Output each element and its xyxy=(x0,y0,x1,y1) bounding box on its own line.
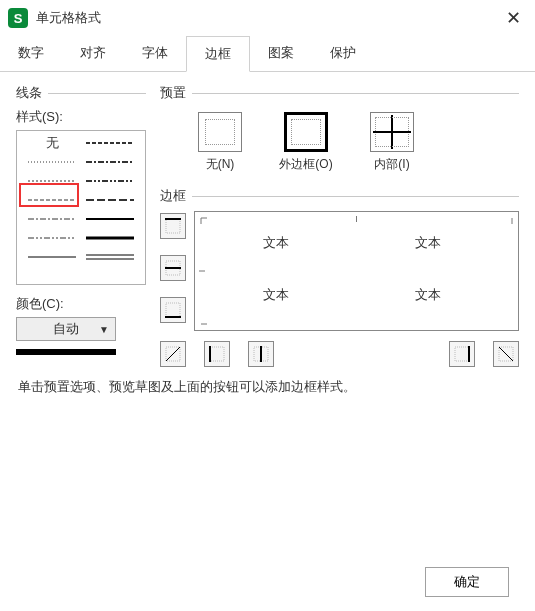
footer: 确定 xyxy=(425,567,509,597)
divider xyxy=(48,93,146,94)
preset-section-header: 预置 xyxy=(160,84,519,102)
line-panel: 线条 样式(S): 无 xyxy=(16,84,146,367)
line-style-dash-dot-dot[interactable] xyxy=(27,232,77,244)
color-label: 颜色(C): xyxy=(16,296,64,311)
tab-border[interactable]: 边框 xyxy=(186,36,250,72)
svg-rect-36 xyxy=(455,347,469,361)
chevron-down-icon: ▼ xyxy=(99,324,109,335)
preview-ticks xyxy=(195,212,518,330)
border-bottom-button[interactable] xyxy=(160,297,186,323)
preset-section-title: 预置 xyxy=(160,84,186,102)
line-style-dash-short[interactable] xyxy=(27,194,77,206)
border-diag-down-button[interactable] xyxy=(493,341,519,367)
border-top-button[interactable] xyxy=(160,213,186,239)
line-style-medium[interactable] xyxy=(85,213,135,225)
svg-line-39 xyxy=(499,347,513,361)
hint-text: 单击预置选项、预览草图及上面的按钮可以添加边框样式。 xyxy=(0,367,535,396)
preset-none-icon xyxy=(198,112,242,152)
style-list: 无 xyxy=(16,130,146,285)
border-diag-up-button[interactable] xyxy=(160,341,186,367)
color-value: 自动 xyxy=(53,320,79,338)
tab-protect[interactable]: 保护 xyxy=(312,36,374,71)
border-preview[interactable]: 文本 文本 文本 文本 xyxy=(194,211,519,331)
preset-outer-icon xyxy=(284,112,328,152)
app-logo: S xyxy=(8,8,28,28)
titlebar: S 单元格格式 ✕ xyxy=(0,0,535,36)
border-hmiddle-button[interactable] xyxy=(160,255,186,281)
divider xyxy=(192,93,519,94)
sample-bl: 文本 xyxy=(263,286,289,304)
tabs: 数字 对齐 字体 边框 图案 保护 xyxy=(0,36,535,72)
border-section: 边框 xyxy=(160,187,519,367)
line-style-dash-dot[interactable] xyxy=(27,213,77,225)
preset-none-label: 无(N) xyxy=(188,156,252,173)
svg-rect-18 xyxy=(166,303,180,317)
svg-rect-14 xyxy=(166,219,180,233)
color-block: 颜色(C): 自动 ▼ xyxy=(16,295,146,355)
preset-inner[interactable]: 内部(I) xyxy=(360,112,424,173)
ok-button[interactable]: 确定 xyxy=(425,567,509,597)
color-preview xyxy=(16,349,116,355)
line-section-header: 线条 xyxy=(16,84,146,102)
line-style-dashdot-med[interactable] xyxy=(85,156,135,168)
right-panel: 预置 无(N) 外边框(O) 内部(I) 边框 xyxy=(160,84,519,367)
content: 线条 样式(S): 无 xyxy=(0,72,535,367)
line-style-double[interactable] xyxy=(85,251,135,263)
border-section-header: 边框 xyxy=(160,187,519,205)
preset-inner-icon xyxy=(370,112,414,152)
preset-outer[interactable]: 外边框(O) xyxy=(274,112,338,173)
color-dropdown[interactable]: 自动 ▼ xyxy=(16,317,116,341)
border-vmiddle-button[interactable] xyxy=(248,341,274,367)
svg-line-31 xyxy=(166,347,180,361)
line-style-dots-med[interactable] xyxy=(27,175,77,187)
preset-outer-label: 外边框(O) xyxy=(274,156,338,173)
sample-br: 文本 xyxy=(415,286,441,304)
line-section-title: 线条 xyxy=(16,84,42,102)
tab-font[interactable]: 字体 xyxy=(124,36,186,71)
preset-inner-label: 内部(I) xyxy=(360,156,424,173)
tab-number[interactable]: 数字 xyxy=(0,36,62,71)
line-style-thick[interactable] xyxy=(85,232,135,244)
sample-tl: 文本 xyxy=(263,234,289,252)
preset-none[interactable]: 无(N) xyxy=(188,112,252,173)
divider xyxy=(192,196,519,197)
style-label: 样式(S): xyxy=(16,108,146,126)
tab-pattern[interactable]: 图案 xyxy=(250,36,312,71)
line-style-dash-med[interactable] xyxy=(85,137,135,149)
border-section-title: 边框 xyxy=(160,187,186,205)
tab-align[interactable]: 对齐 xyxy=(62,36,124,71)
line-style-dashdotdot-med[interactable] xyxy=(85,175,135,187)
close-button[interactable]: ✕ xyxy=(499,7,527,29)
preset-row: 无(N) 外边框(O) 内部(I) xyxy=(160,108,519,173)
window-title: 单元格格式 xyxy=(36,9,499,27)
sample-tr: 文本 xyxy=(415,234,441,252)
line-style-none[interactable]: 无 xyxy=(27,137,77,149)
line-style-none-label: 无 xyxy=(46,134,59,152)
line-style-dots-fine[interactable] xyxy=(27,156,77,168)
border-left-button[interactable] xyxy=(204,341,230,367)
line-style-dash-long[interactable] xyxy=(85,194,135,206)
border-right-button[interactable] xyxy=(449,341,475,367)
line-style-thin[interactable] xyxy=(27,251,77,263)
svg-rect-32 xyxy=(210,347,224,361)
